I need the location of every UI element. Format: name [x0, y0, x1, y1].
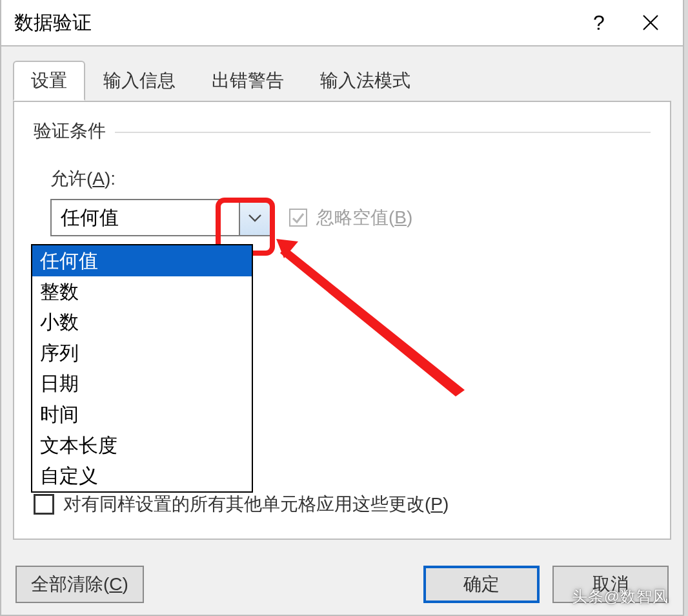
- dialog-title: 数据验证: [14, 10, 573, 36]
- fieldset-criteria: 验证条件: [34, 119, 651, 143]
- close-icon: [642, 14, 660, 32]
- help-button[interactable]: ?: [573, 3, 625, 42]
- allow-option[interactable]: 日期: [32, 368, 252, 399]
- tab-label: 设置: [31, 68, 67, 93]
- tab-ime-mode[interactable]: 输入法模式: [302, 61, 429, 101]
- tab-label: 输入信息: [103, 68, 176, 93]
- tab-settings[interactable]: 设置: [13, 61, 85, 101]
- apply-all-checkbox[interactable]: 对有同样设置的所有其他单元格应用这些更改(P): [34, 492, 449, 517]
- fieldset-divider: [115, 132, 651, 133]
- close-button[interactable]: [625, 3, 676, 42]
- allow-option[interactable]: 文本长度: [32, 430, 252, 461]
- ok-button[interactable]: 确定: [423, 566, 540, 603]
- fieldset-label-text: 验证条件: [34, 119, 106, 143]
- tab-error-alert[interactable]: 出错警告: [194, 61, 302, 101]
- tab-label: 出错警告: [212, 68, 284, 93]
- svg-marker-2: [276, 239, 298, 258]
- chevron-down-icon: [248, 213, 262, 222]
- clear-all-button[interactable]: 全部清除(C): [15, 566, 144, 603]
- cancel-button[interactable]: 取消: [552, 566, 669, 603]
- allow-combobox[interactable]: 任何值: [50, 199, 271, 236]
- allow-selected-value: 任何值: [52, 205, 239, 231]
- tab-input-message[interactable]: 输入信息: [85, 61, 194, 101]
- checkbox-box: [34, 494, 54, 515]
- dialog-body: 设置 输入信息 出错警告 输入法模式 验证条件 允许(A): 任何值: [1, 46, 683, 554]
- allow-dropdown-list[interactable]: 任何值 整数 小数 序列 日期 时间 文本长度 自定义: [31, 244, 253, 493]
- tab-strip: 设置 输入信息 出错警告 输入法模式: [13, 61, 671, 101]
- annotation-arrow-icon: [271, 231, 478, 399]
- ignore-blank-checkbox: 忽略空值(B): [289, 205, 412, 230]
- allow-option[interactable]: 任何值: [32, 245, 252, 276]
- allow-dropdown-button[interactable]: [239, 200, 270, 235]
- titlebar: 数据验证 ?: [1, 0, 683, 46]
- svg-marker-3: [280, 247, 465, 396]
- allow-option[interactable]: 时间: [32, 399, 252, 430]
- allow-option[interactable]: 整数: [32, 276, 252, 307]
- dialog-footer: 全部清除(C) 确定 取消: [1, 554, 683, 615]
- allow-option[interactable]: 小数: [32, 307, 252, 338]
- check-icon: [291, 210, 305, 225]
- checkbox-box: [289, 209, 307, 227]
- allow-option[interactable]: 序列: [32, 338, 252, 369]
- tab-label: 输入法模式: [320, 68, 410, 93]
- tab-panel-settings: 验证条件 允许(A): 任何值: [13, 101, 671, 540]
- allow-label: 允许(A):: [50, 167, 651, 191]
- allow-option[interactable]: 自定义: [32, 460, 252, 491]
